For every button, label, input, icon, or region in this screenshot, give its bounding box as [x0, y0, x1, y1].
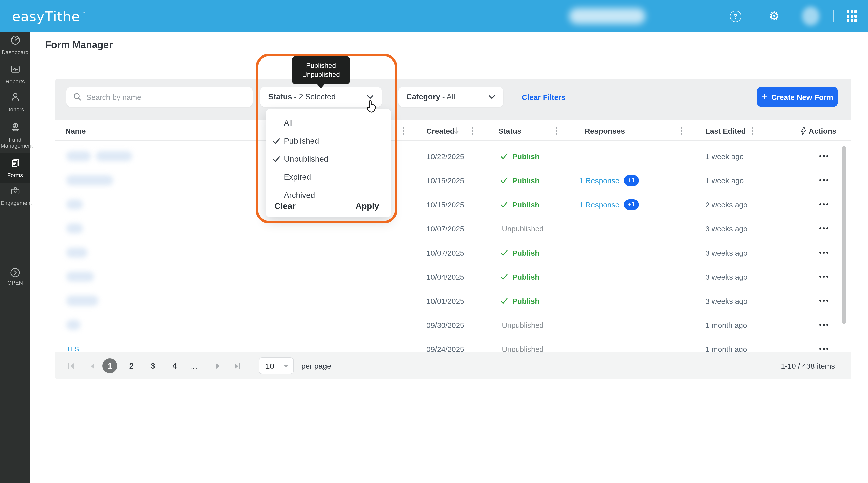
- sidebar-item-reports[interactable]: Reports: [0, 62, 30, 85]
- check-icon: [500, 153, 508, 159]
- row-actions-button[interactable]: [814, 337, 834, 352]
- clear-filters-link[interactable]: Clear Filters: [522, 87, 565, 107]
- sidebar-item-open[interactable]: OPEN: [0, 263, 30, 289]
- checkmark-icon: [272, 155, 281, 164]
- form-name-cell[interactable]: [66, 240, 87, 265]
- search-input[interactable]: [86, 93, 237, 101]
- responses-link[interactable]: 1 Response: [579, 176, 619, 185]
- column-header-actions: Actions: [809, 121, 836, 140]
- menu-apply-button[interactable]: Apply: [355, 201, 379, 212]
- last-edited-cell: 3 weeks ago: [705, 289, 747, 313]
- form-name-cell[interactable]: [66, 168, 113, 192]
- form-name-cell[interactable]: [66, 192, 83, 216]
- form-name-cell[interactable]: [66, 216, 83, 240]
- last-edited-cell: 2 weeks ago: [705, 192, 747, 216]
- column-header-created[interactable]: Created: [427, 121, 455, 140]
- brand-logo[interactable]: easyTithe™: [12, 0, 86, 32]
- last-edited-cell: 1 month ago: [705, 313, 747, 337]
- category-filter-value: - All: [442, 92, 455, 101]
- brand-text: easyTithe: [12, 8, 80, 24]
- column-menu-icon[interactable]: [402, 127, 405, 135]
- sidebar-item-dashboard[interactable]: Dashboard: [0, 33, 30, 56]
- column-menu-icon[interactable]: [680, 127, 683, 135]
- caret-down-icon: [283, 364, 288, 367]
- column-header-last-edited[interactable]: Last Edited: [705, 121, 746, 140]
- status-text: Publish: [513, 152, 539, 160]
- pagination-page-1[interactable]: 1: [102, 358, 117, 373]
- row-actions-button[interactable]: [814, 240, 834, 265]
- responses-link[interactable]: 1 Response: [579, 200, 619, 208]
- status-option-all[interactable]: All: [266, 115, 391, 131]
- per-page-select[interactable]: 10: [259, 357, 294, 374]
- sort-desc-icon[interactable]: [453, 127, 459, 134]
- row-actions-button[interactable]: [814, 265, 834, 289]
- responses-cell: 1 Response+1: [579, 168, 639, 192]
- help-button[interactable]: ?: [728, 9, 742, 23]
- column-menu-icon[interactable]: [471, 127, 474, 135]
- settings-button[interactable]: ⚙: [767, 9, 781, 23]
- form-name-link[interactable]: TEST: [66, 345, 83, 352]
- status-option-label: Expired: [284, 173, 311, 182]
- plus-icon: +: [762, 91, 767, 102]
- pagination-first-button[interactable]: [65, 358, 78, 373]
- pagination-next-button[interactable]: [212, 358, 224, 373]
- status-filter-menu: AllPublishedUnpublishedExpiredArchived C…: [266, 109, 391, 217]
- create-new-form-button[interactable]: + Create New Form: [757, 87, 838, 107]
- status-option-label: Archived: [284, 191, 315, 200]
- chevron-down-icon: [367, 95, 374, 99]
- form-name-cell[interactable]: [66, 313, 81, 337]
- menu-clear-button[interactable]: Clear: [274, 201, 296, 212]
- row-actions-button[interactable]: [814, 144, 834, 168]
- created-date-cell: 10/01/2025: [427, 289, 464, 313]
- pagination-last-button[interactable]: [231, 358, 243, 373]
- status-option-unpublished[interactable]: Unpublished: [266, 151, 391, 167]
- check-icon: [500, 177, 508, 184]
- pagination-page-3[interactable]: 3: [146, 358, 160, 373]
- row-actions-button[interactable]: [814, 313, 834, 337]
- row-actions-button[interactable]: [814, 192, 834, 216]
- form-name-cell[interactable]: [66, 144, 132, 168]
- responses-badge[interactable]: +1: [624, 199, 639, 210]
- created-date-cell: 10/22/2025: [427, 144, 464, 168]
- redacted-form-name: [66, 199, 83, 210]
- column-menu-icon[interactable]: [555, 127, 558, 135]
- sidebar-item-label: Engagement: [0, 200, 30, 206]
- row-actions-button[interactable]: [814, 216, 834, 240]
- sidebar-item-fund-management[interactable]: Fund Management: [0, 120, 30, 151]
- redacted-form-name: [66, 271, 94, 282]
- status-cell: Unpublished: [500, 313, 544, 337]
- apps-menu-button[interactable]: [845, 9, 859, 23]
- column-header-name[interactable]: Name: [65, 121, 86, 140]
- pagination-page-4[interactable]: 4: [167, 358, 182, 373]
- next-page-icon: [215, 362, 221, 369]
- column-header-status[interactable]: Status: [498, 121, 521, 140]
- responses-badge[interactable]: +1: [624, 175, 639, 186]
- category-filter-dropdown[interactable]: Category - All: [398, 87, 503, 107]
- sidebar-item-donors[interactable]: Donors: [0, 90, 30, 114]
- status-option-expired[interactable]: Expired: [266, 169, 391, 185]
- table-scrollbar: [842, 141, 846, 351]
- status-option-published[interactable]: Published: [266, 133, 391, 149]
- column-menu-icon[interactable]: [751, 127, 754, 135]
- status-option-archived[interactable]: Archived: [266, 187, 391, 203]
- scrollbar-thumb[interactable]: [842, 146, 846, 324]
- row-actions-button[interactable]: [814, 168, 834, 192]
- status-filter-dropdown[interactable]: Status - 2 Selected: [260, 87, 382, 107]
- pagination-ellipsis[interactable]: ...: [189, 358, 199, 373]
- last-edited-cell: 3 weeks ago: [705, 240, 747, 265]
- avatar[interactable]: [802, 6, 819, 26]
- status-text: Publish: [513, 176, 539, 185]
- sidebar-item-forms[interactable]: Forms: [0, 153, 30, 183]
- status-text: Unpublished: [500, 321, 544, 329]
- status-cell: Publish: [500, 144, 539, 168]
- pagination-page-2[interactable]: 2: [124, 358, 138, 373]
- form-name-cell[interactable]: [66, 265, 94, 289]
- created-date-cell: 10/15/2025: [427, 168, 464, 192]
- pagination-prev-button[interactable]: [86, 358, 98, 373]
- column-header-responses[interactable]: Responses: [585, 121, 625, 140]
- form-name-cell[interactable]: [66, 289, 98, 313]
- form-name-cell[interactable]: TEST: [66, 337, 83, 352]
- row-actions-button[interactable]: [814, 289, 834, 313]
- sidebar-item-engagement[interactable]: Engagement: [0, 184, 30, 207]
- last-edited-cell: 1 week ago: [705, 168, 744, 192]
